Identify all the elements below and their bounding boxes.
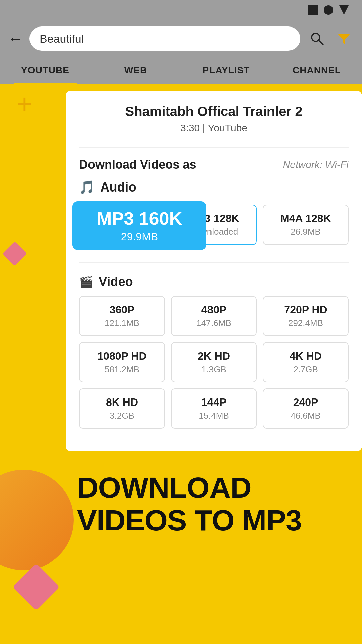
format-720p-size: 292.4MB: [288, 318, 323, 328]
format-720p-hd[interactable]: 720P HD 292.4MB: [263, 296, 349, 336]
status-icon-circle: [324, 5, 333, 15]
tab-web[interactable]: WEB: [90, 57, 181, 84]
status-icon-square: [308, 5, 318, 15]
format-8k-size: 3.2GB: [110, 411, 134, 421]
format-240p-size: 46.6MB: [291, 411, 321, 421]
white-card: Shamitabh Offical Trainler 2 3:30 | YouT…: [66, 91, 362, 451]
format-360p[interactable]: 360P 121.1MB: [79, 296, 165, 336]
back-button[interactable]: ←: [8, 31, 23, 46]
download-label: Download Videos as: [79, 158, 196, 172]
format-mp3-160k-name: MP3 160K: [97, 208, 182, 229]
search-icon: [310, 31, 324, 46]
status-bar: [0, 0, 362, 20]
tab-playlist-label: PLAYLIST: [203, 65, 250, 76]
format-144p[interactable]: 144P 15.4MB: [171, 388, 257, 429]
header-bar: ← Beautiful: [0, 20, 362, 57]
format-4k-size: 2.7GB: [293, 364, 318, 375]
search-value: Beautiful: [40, 32, 84, 45]
format-360p-name: 360P: [110, 304, 135, 316]
divider-1: [79, 147, 349, 148]
download-section-header: Download Videos as Network: Wi-Fi: [79, 158, 349, 172]
video-section-title: Video: [99, 275, 133, 289]
tab-youtube[interactable]: YOUTUBE: [0, 57, 90, 84]
format-4k-name: 4K HD: [290, 350, 322, 362]
format-480p-name: 480P: [201, 304, 227, 316]
format-mp3-160k-highlighted[interactable]: MP3 160K 29.9MB: [72, 201, 206, 250]
format-480p-size: 147.6MB: [196, 318, 231, 328]
main-content: + Shamitabh Offical Trainler 2 3:30 | Yo…: [0, 84, 362, 644]
format-240p[interactable]: 240P 46.6MB: [263, 388, 349, 429]
tabs-bar: YOUTUBE WEB PLAYLIST CHANNEL: [0, 57, 362, 84]
svg-marker-2: [338, 34, 350, 45]
tab-channel-label: CHANNEL: [293, 65, 341, 76]
status-icon-triangle: [339, 5, 349, 15]
format-1080p-size: 581.2MB: [105, 364, 139, 375]
promo-line1: DOWNLOAD VIDEOS TO MP3: [77, 472, 335, 537]
format-2k-name: 2K HD: [198, 350, 230, 362]
format-1080p-name: 1080P HD: [97, 350, 146, 362]
format-2k-size: 1.3GB: [201, 364, 226, 375]
format-8k-hd[interactable]: 8K HD 3.2GB: [79, 388, 165, 429]
search-icon-button[interactable]: [307, 29, 327, 49]
format-8k-name: 8K HD: [106, 396, 138, 409]
format-mp3-160k-size: 29.9MB: [121, 231, 158, 243]
tab-web-label: WEB: [124, 65, 147, 76]
audio-title-row: 🎵 Audio: [79, 180, 349, 195]
audio-formats-container: MP3 70K 15.4MB ↓ MP3 128K Downloaded: [79, 201, 349, 252]
search-bar[interactable]: Beautiful: [29, 26, 300, 51]
video-row-3: 8K HD 3.2GB 144P 15.4MB 240P 46.6MB: [79, 388, 349, 429]
audio-icon: 🎵: [79, 180, 95, 195]
video-title: Shamitabh Offical Trainler 2: [79, 104, 349, 119]
format-m4a-128k[interactable]: M4A 128K 26.9MB: [263, 205, 349, 245]
divider-2: [79, 262, 349, 263]
format-360p-size: 121.1MB: [105, 318, 139, 328]
format-2k-hd[interactable]: 2K HD 1.3GB: [171, 342, 257, 382]
format-720p-name: 720P HD: [284, 304, 327, 316]
format-m4a-128k-name: M4A 128K: [280, 212, 331, 225]
format-m4a-128k-size: 26.9MB: [291, 227, 321, 237]
format-144p-name: 144P: [201, 396, 227, 409]
audio-section-title: Audio: [100, 180, 136, 195]
filter-icon: [337, 31, 351, 46]
video-row-2: 1080P HD 581.2MB 2K HD 1.3GB 4K HD 2.7GB: [79, 342, 349, 382]
promo-section: DOWNLOAD VIDEOS TO MP3: [0, 451, 362, 557]
format-240p-name: 240P: [293, 396, 318, 409]
format-144p-size: 15.4MB: [199, 411, 229, 421]
format-480p[interactable]: 480P 147.6MB: [171, 296, 257, 336]
svg-line-1: [319, 40, 323, 45]
download-card: Shamitabh Offical Trainler 2 3:30 | YouT…: [0, 84, 362, 557]
video-title-row: 🎬 Video: [79, 275, 349, 289]
filter-icon-button[interactable]: [334, 29, 354, 49]
format-4k-hd[interactable]: 4K HD 2.7GB: [263, 342, 349, 382]
video-icon: 🎬: [79, 275, 93, 289]
tab-youtube-label: YOUTUBE: [21, 65, 69, 76]
video-row-1: 360P 121.1MB 480P 147.6MB 720P HD 292.4M…: [79, 296, 349, 336]
tab-playlist[interactable]: PLAYLIST: [181, 57, 272, 84]
tab-channel[interactable]: CHANNEL: [272, 57, 362, 84]
format-1080p-hd[interactable]: 1080P HD 581.2MB: [79, 342, 165, 382]
audio-section: 🎵 Audio MP3 70K 15.4MB: [79, 180, 349, 252]
network-label: Network: Wi-Fi: [283, 159, 349, 170]
video-section: 🎬 Video 360P 121.1MB 480P 147.6MB 720P H…: [79, 275, 349, 429]
video-meta: 3:30 | YouTube: [79, 122, 349, 134]
